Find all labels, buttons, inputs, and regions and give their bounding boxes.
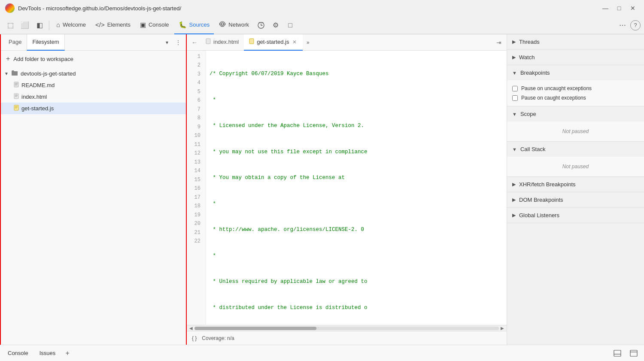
undock-button[interactable] (627, 346, 641, 360)
xhrfetch-section: ▶ XHR/fetch Breakpoints (507, 177, 644, 192)
tab-sources[interactable]: 🐛 Sources (174, 16, 214, 34)
code-line-7: * http://www. apache. org/licenses/LICEN… (210, 225, 503, 234)
new-tab-button[interactable]: □ (283, 18, 297, 32)
code-line-4: * you may not use this file except in co… (210, 148, 503, 157)
breakpoints-section: ▼ Breakpoints Pause on uncaught exceptio… (507, 65, 644, 106)
right-panel: ▶ Threads ▶ Watch ▼ Breakpoints (507, 34, 644, 345)
pause-caught-row[interactable]: Pause on caught exceptions (512, 93, 639, 103)
scroll-track[interactable] (194, 327, 499, 330)
callstack-header[interactable]: ▼ Call Stack (507, 142, 644, 157)
horizontal-scrollbar: ◀ ▶ (187, 325, 507, 331)
sources-icon: 🐛 (179, 21, 187, 29)
globallisteners-header[interactable]: ▶ Global Listeners (507, 208, 644, 223)
breakpoints-chevron: ▼ (512, 70, 517, 76)
console-bottom-tab[interactable]: Console (3, 345, 33, 361)
breakpoints-label: Breakpoints (520, 70, 550, 76)
dombreakpoints-header[interactable]: ▶ DOM Breakpoints (507, 192, 644, 207)
tab-network[interactable]: Network (215, 16, 253, 34)
minimize-button[interactable]: — (599, 3, 611, 13)
threads-header[interactable]: ▶ Threads (507, 34, 644, 49)
code-content[interactable]: /* Copyright 06/07/2019 Kayce Basques * … (206, 51, 507, 325)
page-tab-label: Page (9, 39, 21, 45)
inspect-element-button[interactable]: ⬚ (3, 18, 17, 32)
callstack-label: Call Stack (520, 146, 546, 152)
network-label: Network (228, 21, 249, 28)
performance-insights-button[interactable] (254, 18, 268, 32)
tab-welcome[interactable]: ⌂ Welcome (52, 16, 90, 34)
settings-button[interactable]: ⚙ (269, 18, 283, 32)
code-tabs: ← index.html get-started.js ✕ (187, 34, 507, 51)
elements-label: Elements (107, 21, 131, 28)
scope-chevron: ▼ (512, 112, 517, 117)
maximize-button[interactable]: □ (613, 3, 625, 13)
tab-more-button[interactable]: ⋮ (173, 37, 183, 48)
line-8: 8 (190, 114, 200, 123)
code-right-actions: ⇥ (493, 36, 505, 49)
issues-bottom-tab[interactable]: Issues (35, 345, 60, 361)
line-15: 15 (190, 176, 200, 185)
footer-label: { } (192, 335, 197, 341)
pause-uncaught-row[interactable]: Pause on uncaught exceptions (512, 84, 639, 93)
code-line-8: * (210, 252, 503, 261)
scope-header[interactable]: ▼ Scope (507, 106, 644, 121)
scroll-left-button[interactable]: ◀ (188, 325, 194, 331)
pause-caught-checkbox[interactable] (512, 95, 518, 101)
line-20: 20 (190, 220, 200, 229)
scope-label: Scope (520, 111, 536, 117)
line-6: 6 (190, 97, 200, 106)
add-folder-label: Add folder to workspace (13, 56, 73, 62)
pause-uncaught-checkbox[interactable] (512, 86, 518, 91)
welcome-icon: ⌂ (56, 21, 60, 28)
toggle-sidebar-button[interactable]: ◧ (33, 18, 46, 32)
title-bar-text: DevTools - microsoftedge.github.io/Demos… (18, 5, 181, 12)
device-toolbar-button[interactable]: ⬜ (18, 18, 32, 32)
add-folder-button[interactable]: + Add folder to workspace (1, 51, 186, 67)
navigate-back-button[interactable]: ← (188, 36, 200, 49)
code-editor: 1 2 3 4 5 6 7 8 9 10 11 12 13 14 15 16 1… (187, 51, 507, 325)
more-tools-button[interactable]: ⋯ (616, 18, 629, 32)
xhrfetch-label: XHR/fetch Breakpoints (519, 181, 576, 188)
format-button[interactable]: ⇥ (493, 36, 505, 49)
line-13: 13 (190, 158, 200, 167)
dock-bottom-button[interactable] (611, 346, 624, 360)
right-panel-wrapper: ▶ Threads ▶ Watch ▼ Breakpoints (507, 34, 644, 345)
close-getstarted-tab[interactable]: ✕ (292, 39, 298, 46)
svg-rect-15 (249, 39, 254, 44)
bottom-bar: Console Issues + (0, 345, 644, 361)
line-21: 21 (190, 228, 200, 237)
breakpoints-header[interactable]: ▼ Breakpoints (507, 65, 644, 80)
watch-header[interactable]: ▶ Watch (507, 50, 644, 65)
pause-caught-label: Pause on caught exceptions (521, 95, 586, 101)
tab-dropdown-button[interactable]: ▾ (162, 37, 172, 48)
right-panel-scroll[interactable]: ▶ Threads ▶ Watch ▼ Breakpoints (507, 34, 644, 345)
folder-devtools[interactable]: ▼ devtools-js-get-started (1, 68, 186, 79)
bottom-bar-right (611, 346, 641, 360)
close-button[interactable]: ✕ (627, 3, 639, 13)
tab-elements[interactable]: </> Elements (91, 16, 135, 34)
file-readme[interactable]: README.md (1, 79, 186, 91)
code-panel: ← index.html get-started.js ✕ (187, 34, 507, 345)
console-bottom-label: Console (8, 350, 28, 356)
line-9: 9 (190, 123, 200, 132)
code-tab-get-started-js[interactable]: get-started.js ✕ (244, 34, 303, 51)
line-1: 1 (190, 52, 200, 61)
code-line-3: * Licensed under the Apache License, Ver… (210, 121, 503, 130)
help-button[interactable]: ? (630, 20, 641, 30)
tab-page[interactable]: Page (3, 34, 27, 51)
left-panel-tabs: Page Filesystem ▾ ⋮ (1, 34, 186, 51)
file-get-started-js[interactable]: get-started.js (1, 103, 186, 114)
add-panel-button[interactable]: + (62, 348, 73, 358)
file-index-html[interactable]: index.html (1, 91, 186, 103)
watch-chevron: ▶ (512, 55, 516, 60)
xhrfetch-header[interactable]: ▶ XHR/fetch Breakpoints (507, 177, 644, 192)
more-tabs-button[interactable]: » (303, 37, 313, 48)
line-14: 14 (190, 167, 200, 176)
tab-filesystem[interactable]: Filesystem (27, 34, 64, 51)
line-18: 18 (190, 202, 200, 211)
code-tab-index-html[interactable]: index.html (200, 34, 244, 51)
welcome-label: Welcome (63, 21, 86, 28)
tab-console[interactable]: ▣ Console (136, 16, 173, 34)
threads-label: Threads (519, 39, 540, 45)
scroll-right-button[interactable]: ▶ (499, 325, 506, 331)
globallisteners-label: Global Listeners (519, 212, 559, 218)
